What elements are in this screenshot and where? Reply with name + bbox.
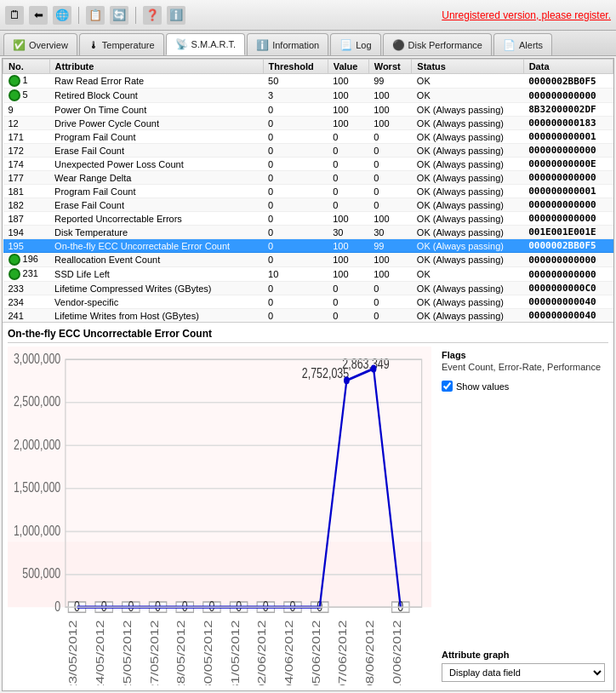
cell-threshold: 0	[263, 130, 328, 144]
svg-text:02/06/2012: 02/06/2012	[256, 620, 267, 685]
cell-data: 000000000000	[523, 171, 613, 185]
table-row[interactable]: 177Wear Range Delta000OK (Always passing…	[3, 171, 613, 185]
cell-value: 100	[328, 212, 368, 226]
cell-attribute: Power On Time Count	[49, 103, 263, 117]
show-values-checkbox[interactable]	[442, 381, 453, 392]
table-row[interactable]: 231SSD Life Left10100100OK000000000000	[3, 267, 613, 282]
tab-disk-performance[interactable]: ⚫ Disk Performance	[383, 33, 492, 55]
cell-data: 001E001E001E	[523, 226, 613, 239]
cell-worst: 100	[368, 253, 412, 267]
cell-no: 187	[3, 212, 50, 226]
cell-threshold: 0	[263, 158, 328, 171]
cell-value: 0	[328, 309, 368, 323]
tab-information-label: Information	[272, 40, 319, 50]
cell-value: 100	[328, 74, 368, 89]
cell-worst: 0	[368, 282, 412, 295]
svg-text:1,000,000: 1,000,000	[14, 523, 60, 538]
smart-table-area[interactable]: No. Attribute Threshold Value Worst Stat…	[3, 59, 613, 323]
cell-attribute: Erase Fail Count	[49, 198, 263, 212]
table-row[interactable]: 234Vendor-specific000OK (Always passing)…	[3, 295, 613, 309]
cell-value: 0	[328, 171, 368, 185]
cell-no: 241	[3, 309, 50, 323]
chart-svg: 3,000,000 2,500,000 2,000,000 1,500,000 …	[8, 346, 431, 685]
cell-value: 0	[328, 158, 368, 171]
cell-no: 171	[3, 130, 50, 144]
unregistered-link[interactable]: Unregistered version, please register.	[442, 9, 611, 21]
table-row[interactable]: 12Drive Power Cycle Count0100100OK (Alwa…	[3, 117, 613, 130]
cell-attribute: Reallocation Event Count	[49, 253, 263, 267]
tab-temperature[interactable]: 🌡 Temperature	[79, 33, 164, 55]
ok-icon	[9, 75, 20, 87]
table-row[interactable]: 1Raw Read Error Rate5010099OK0000002BB0F…	[3, 74, 613, 89]
cell-data: 000000000000	[523, 212, 613, 226]
cell-worst: 100	[368, 103, 412, 117]
table-row[interactable]: 233Lifetime Compressed Writes (GBytes)00…	[3, 282, 613, 295]
svg-text:05/06/2012: 05/06/2012	[311, 620, 322, 685]
cell-no: 12	[3, 117, 50, 130]
cell-value: 30	[328, 226, 368, 239]
cell-status: OK (Always passing)	[412, 171, 523, 185]
cell-attribute: Reported Uncorrectable Errors	[49, 212, 263, 226]
cell-no: 181	[3, 185, 50, 198]
cell-threshold: 0	[263, 144, 328, 158]
attribute-graph-label: Attribute graph	[442, 650, 605, 660]
toolbar-icon-globe[interactable]: 🌐	[53, 6, 71, 25]
ok-icon	[9, 254, 20, 266]
cell-worst: 0	[368, 158, 412, 171]
cell-worst: 0	[368, 198, 412, 212]
attribute-graph-select[interactable]: Display data fieldDisplay normalized val…	[442, 663, 605, 682]
cell-status: OK (Always passing)	[412, 198, 523, 212]
tab-overview[interactable]: ✅ Overview	[3, 33, 77, 55]
table-row[interactable]: 196Reallocation Event Count0100100OK (Al…	[3, 253, 613, 267]
toolbar-separator-1	[78, 7, 79, 24]
cell-attribute: SSD Life Left	[49, 267, 263, 282]
flags-section: Flags Event Count, Error-Rate, Performan…	[442, 350, 605, 372]
toolbar-icon-refresh[interactable]: 🔄	[110, 6, 128, 25]
table-row[interactable]: 5Retired Block Count3100100OK00000000000…	[3, 89, 613, 103]
cell-threshold: 0	[263, 103, 328, 117]
cell-threshold: 0	[263, 117, 328, 130]
cell-data: 000000000000	[523, 198, 613, 212]
cell-status: OK (Always passing)	[412, 212, 523, 226]
cell-data: 000000000040	[523, 309, 613, 323]
cell-value: 0	[328, 198, 368, 212]
flags-value: Event Count, Error-Rate, Performance	[442, 362, 605, 372]
col-header-worst: Worst	[368, 60, 412, 74]
table-row[interactable]: 187Reported Uncorrectable Errors0100100O…	[3, 212, 613, 226]
table-row[interactable]: 182Erase Fail Count000OK (Always passing…	[3, 198, 613, 212]
main-content: No. Attribute Threshold Value Worst Stat…	[2, 58, 614, 691]
cell-data: 000000000000	[523, 253, 613, 267]
toolbar-icon-edit[interactable]: 📋	[86, 6, 105, 25]
table-row[interactable]: 171Program Fail Count000OK (Always passi…	[3, 130, 613, 144]
svg-text:25/05/2012: 25/05/2012	[122, 620, 133, 685]
toolbar: 🗒 ⬅ 🌐 📋 🔄 ❓ ℹ️ Unregistered version, ple…	[0, 0, 616, 31]
table-row[interactable]: 195On-the-fly ECC Uncorrectable Error Co…	[3, 239, 613, 253]
cell-attribute: Disk Temperature	[49, 226, 263, 239]
table-row[interactable]: 241Lifetime Writes from Host (GBytes)000…	[3, 309, 613, 323]
cell-status: OK (Always passing)	[412, 158, 523, 171]
table-row[interactable]: 181Program Fail Count000OK (Always passi…	[3, 185, 613, 198]
table-row[interactable]: 174Unexpected Power Loss Count000OK (Alw…	[3, 158, 613, 171]
toolbar-icon-info[interactable]: ℹ️	[167, 6, 185, 25]
cell-attribute: Wear Range Delta	[49, 171, 263, 185]
cell-threshold: 10	[263, 267, 328, 282]
table-row[interactable]: 172Erase Fail Count000OK (Always passing…	[3, 144, 613, 158]
tab-information[interactable]: ℹ️ Information	[247, 33, 328, 55]
toolbar-icon-help[interactable]: ❓	[143, 6, 162, 25]
svg-text:07/06/2012: 07/06/2012	[337, 620, 348, 685]
tab-smart[interactable]: 📡 S.M.A.R.T.	[166, 33, 246, 55]
tab-log[interactable]: 📃 Log	[330, 33, 380, 55]
cell-data: 00000000000E	[523, 158, 613, 171]
svg-text:31/05/2012: 31/05/2012	[230, 620, 241, 685]
table-row[interactable]: 194Disk Temperature03030OK (Always passi…	[3, 226, 613, 239]
tab-alerts[interactable]: 📄 Alerts	[493, 33, 552, 55]
col-header-no: No.	[3, 60, 50, 74]
toolbar-icon-file[interactable]: 🗒	[5, 6, 24, 25]
cell-data: 000000000000	[523, 267, 613, 282]
cell-worst: 99	[368, 74, 412, 89]
table-row[interactable]: 9Power On Time Count0100100OK (Always pa…	[3, 103, 613, 117]
toolbar-icon-back[interactable]: ⬅	[29, 6, 48, 25]
col-header-data: Data	[523, 60, 613, 74]
chart-left: 3,000,000 2,500,000 2,000,000 1,500,000 …	[8, 346, 431, 685]
svg-text:10/06/2012: 10/06/2012	[391, 620, 402, 685]
